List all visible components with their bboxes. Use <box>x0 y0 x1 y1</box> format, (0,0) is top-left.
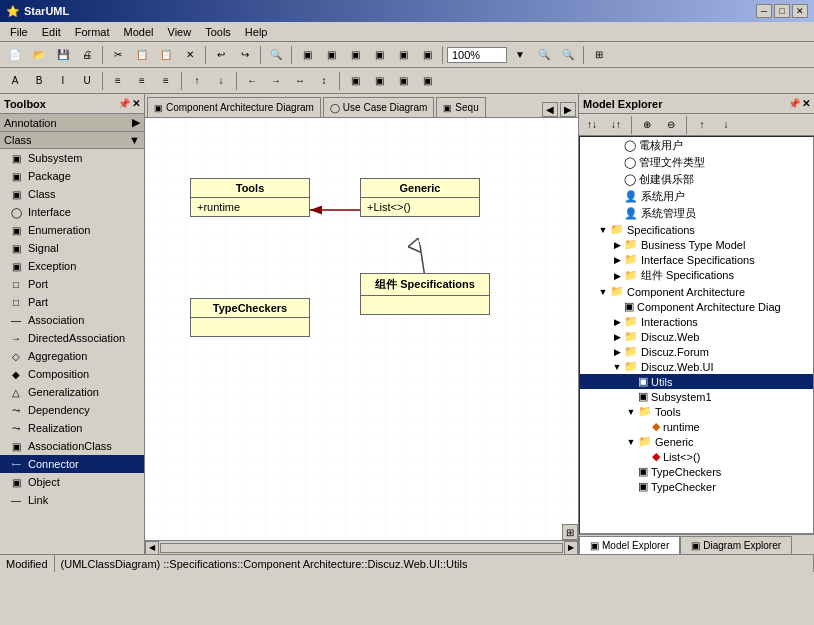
save-btn[interactable]: 💾 <box>52 45 74 65</box>
tb-misc1[interactable]: ▣ <box>296 45 318 65</box>
tree-item-specifications[interactable]: ▼ 📁 Specifications <box>580 222 813 237</box>
delete-btn[interactable]: ✕ <box>179 45 201 65</box>
uml-class-specs[interactable]: 组件 Specifications <box>360 273 490 315</box>
expander-generic[interactable]: ▼ <box>624 437 638 447</box>
redo-btn[interactable]: ↪ <box>234 45 256 65</box>
expand-btn[interactable]: ⊞ <box>562 524 578 540</box>
menu-model[interactable]: Model <box>118 25 160 39</box>
toolbox-close-icon[interactable]: ✕ <box>132 98 140 109</box>
tb2-7[interactable]: ≡ <box>155 71 177 91</box>
tb2-12[interactable]: ↔ <box>289 71 311 91</box>
find-btn[interactable]: 🔍 <box>265 45 287 65</box>
open-btn[interactable]: 📂 <box>28 45 50 65</box>
tree-item-runtime[interactable]: ◆ runtime <box>580 419 813 434</box>
menu-tools[interactable]: Tools <box>199 25 237 39</box>
tb-misc4[interactable]: ▣ <box>368 45 390 65</box>
tab-next-btn[interactable]: ▶ <box>560 102 576 117</box>
expander-business[interactable]: ▶ <box>610 240 624 250</box>
tool-association[interactable]: — Association <box>0 311 144 329</box>
tool-interface[interactable]: ◯ Interface <box>0 203 144 221</box>
tab-prev-btn[interactable]: ◀ <box>542 102 558 117</box>
tool-package[interactable]: ▣ Package <box>0 167 144 185</box>
annotation-section[interactable]: Annotation ▶ <box>0 114 144 132</box>
expander-discuz-web[interactable]: ▶ <box>610 332 624 342</box>
tree-item-discuz-forum[interactable]: ▶ 📁 Discuz.Forum <box>580 344 813 359</box>
tool-enumeration[interactable]: ▣ Enumeration <box>0 221 144 239</box>
up-btn[interactable]: ↑ <box>691 115 713 135</box>
copy-btn[interactable]: 📋 <box>131 45 153 65</box>
tree-item-list[interactable]: ◆ List<>() <box>580 449 813 464</box>
tool-generalization[interactable]: △ Generalization <box>0 383 144 401</box>
new-btn[interactable]: 📄 <box>4 45 26 65</box>
tb-misc3[interactable]: ▣ <box>344 45 366 65</box>
tb2-3[interactable]: I <box>52 71 74 91</box>
expand-all-btn[interactable]: ⊕ <box>636 115 658 135</box>
tree-item-create[interactable]: ◯ 创建俱乐部 <box>580 171 813 188</box>
tool-composition[interactable]: ◆ Composition <box>0 365 144 383</box>
tool-connector[interactable]: ⟝ Connector <box>0 455 144 473</box>
tool-association-class[interactable]: ▣ AssociationClass <box>0 437 144 455</box>
menu-view[interactable]: View <box>162 25 198 39</box>
tree-item-typecheckers[interactable]: ▣ TypeCheckers <box>580 464 813 479</box>
tree-item-generic[interactable]: ▼ 📁 Generic <box>580 434 813 449</box>
tool-part[interactable]: □ Part <box>0 293 144 311</box>
close-button[interactable]: ✕ <box>792 4 808 18</box>
class-section[interactable]: Class ▼ <box>0 132 144 149</box>
tree-item-manage[interactable]: ◯ 管理文件类型 <box>580 154 813 171</box>
explorer-close-icon[interactable]: ✕ <box>802 98 810 109</box>
tool-realization[interactable]: ⤳ Realization <box>0 419 144 437</box>
tree-item-utils[interactable]: ▣ Utils <box>580 374 813 389</box>
expander-tools[interactable]: ▼ <box>624 407 638 417</box>
expander-interactions[interactable]: ▶ <box>610 317 624 327</box>
print-btn[interactable]: 🖨 <box>76 45 98 65</box>
zoom-input[interactable]: 100% <box>447 47 507 63</box>
tool-subsystem[interactable]: ▣ Subsystem <box>0 149 144 167</box>
tb2-15[interactable]: ▣ <box>368 71 390 91</box>
tree-item-tools[interactable]: ▼ 📁 Tools <box>580 404 813 419</box>
collapse-all-btn[interactable]: ⊖ <box>660 115 682 135</box>
tree-item-typechecker[interactable]: ▣ TypeChecker <box>580 479 813 494</box>
tb2-6[interactable]: ≡ <box>131 71 153 91</box>
tool-class[interactable]: ▣ Class <box>0 185 144 203</box>
zoom-dropdown[interactable]: ▼ <box>509 45 531 65</box>
tb2-16[interactable]: ▣ <box>392 71 414 91</box>
expander-discuz-forum[interactable]: ▶ <box>610 347 624 357</box>
undo-btn[interactable]: ↩ <box>210 45 232 65</box>
h-scroll-left[interactable]: ◀ <box>145 541 159 555</box>
tb2-4[interactable]: U <box>76 71 98 91</box>
tree-item-comp-arch-diag[interactable]: ▣ Component Architecture Diag <box>580 299 813 314</box>
uml-class-generic[interactable]: Generic +List<>() <box>360 178 480 217</box>
tb-misc2[interactable]: ▣ <box>320 45 342 65</box>
down-btn[interactable]: ↓ <box>715 115 737 135</box>
tree-item-comp-specs[interactable]: ▶ 📁 组件 Specifications <box>580 267 813 284</box>
model-tree[interactable]: ◯ 電核用户 ◯ 管理文件类型 ◯ 创建俱乐部 👤 系统用户 <box>579 136 814 534</box>
tb2-1[interactable]: A <box>4 71 26 91</box>
menu-help[interactable]: Help <box>239 25 274 39</box>
uml-class-tools[interactable]: Tools +runtime <box>190 178 310 217</box>
sort-desc-btn[interactable]: ↓↑ <box>605 115 627 135</box>
zoom-out-btn[interactable]: 🔍 <box>533 45 555 65</box>
tool-signal[interactable]: ▣ Signal <box>0 239 144 257</box>
tab-component-diagram[interactable]: ▣ Component Architecture Diagram <box>147 97 321 117</box>
tb2-13[interactable]: ↕ <box>313 71 335 91</box>
tree-item-comp-arch[interactable]: ▼ 📁 Component Architecture <box>580 284 813 299</box>
menu-edit[interactable]: Edit <box>36 25 67 39</box>
restore-button[interactable]: □ <box>774 4 790 18</box>
tb2-9[interactable]: ↓ <box>210 71 232 91</box>
tree-item-interface-specs[interactable]: ▶ 📁 Interface Specifications <box>580 252 813 267</box>
h-scroll-right[interactable]: ▶ <box>564 541 578 555</box>
tab-use-case[interactable]: ◯ Use Case Diagram <box>323 97 434 117</box>
tree-item-sysuser[interactable]: 👤 系统用户 <box>580 188 813 205</box>
tree-item-discuz-web-ui[interactable]: ▼ 📁 Discuz.Web.UI <box>580 359 813 374</box>
tb2-17[interactable]: ▣ <box>416 71 438 91</box>
tool-exception[interactable]: ▣ Exception <box>0 257 144 275</box>
tb-misc6[interactable]: ▣ <box>416 45 438 65</box>
tree-item-business[interactable]: ▶ 📁 Business Type Model <box>580 237 813 252</box>
tree-item-denuclear[interactable]: ◯ 電核用户 <box>580 137 813 154</box>
tree-item-subsystem1[interactable]: ▣ Subsystem1 <box>580 389 813 404</box>
tool-object[interactable]: ▣ Object <box>0 473 144 491</box>
tree-item-interactions[interactable]: ▶ 📁 Interactions <box>580 314 813 329</box>
sort-asc-btn[interactable]: ↑↓ <box>581 115 603 135</box>
tool-link[interactable]: — Link <box>0 491 144 509</box>
toolbox-scroll[interactable]: Annotation ▶ Class ▼ ▣ Subsystem ▣ Packa… <box>0 114 144 554</box>
